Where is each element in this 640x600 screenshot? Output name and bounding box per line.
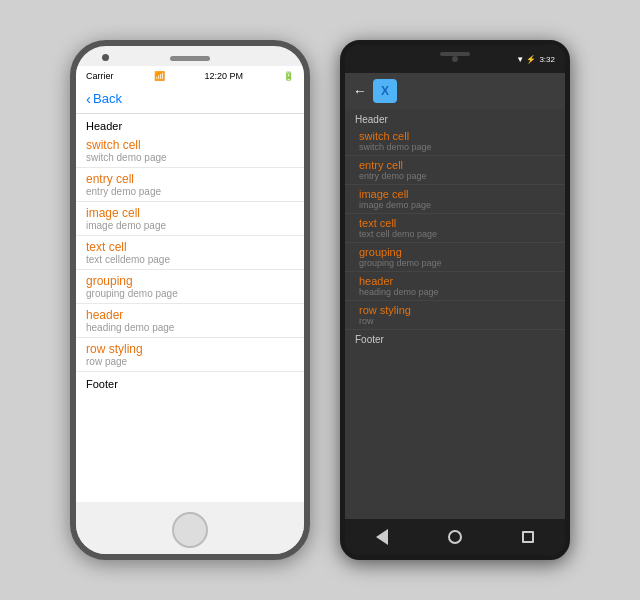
android-footer-header: Footer <box>345 330 565 349</box>
android-cell-subtitle: text cell demo page <box>359 229 551 239</box>
android-device: ▼ ⚡ 3:32 ← X Header switch cell switch d… <box>340 40 570 560</box>
android-status-bar: ▼ ⚡ 3:32 <box>516 55 555 64</box>
android-cell-title: header <box>359 275 551 287</box>
android-bottom-nav <box>345 519 565 555</box>
iphone-bottom-space <box>76 502 304 554</box>
android-cell-title: grouping <box>359 246 551 258</box>
android-cell-subtitle: switch demo page <box>359 142 551 152</box>
ios-cell-title: header <box>86 308 294 322</box>
android-recents-button[interactable] <box>519 528 537 546</box>
ios-cell-title: image cell <box>86 206 294 220</box>
list-item[interactable]: row styling row page <box>76 338 304 372</box>
android-cell-title: entry cell <box>359 159 551 171</box>
android-home-button[interactable] <box>446 528 464 546</box>
list-item[interactable]: header heading demo page <box>76 304 304 338</box>
iphone-camera <box>102 54 109 61</box>
android-section-header: Header <box>345 109 565 127</box>
recents-square-icon <box>522 531 534 543</box>
iphone-speaker <box>170 56 210 61</box>
ios-cell-subtitle: entry demo page <box>86 186 294 197</box>
list-item[interactable]: switch cell switch demo page <box>345 127 565 156</box>
android-toolbar: ← X <box>345 73 565 109</box>
android-cell-title: image cell <box>359 188 551 200</box>
ios-cell-title: text cell <box>86 240 294 254</box>
android-content: Header switch cell switch demo page entr… <box>345 109 565 519</box>
ios-cell-subtitle: row page <box>86 356 294 367</box>
ios-back-arrow-icon: ‹ <box>86 90 91 107</box>
ios-cell-title: entry cell <box>86 172 294 186</box>
iphone-status-bar: Carrier 📶 12:20 PM 🔋 <box>76 66 304 86</box>
list-item[interactable]: switch cell switch demo page <box>76 134 304 168</box>
ios-cell-subtitle: switch demo page <box>86 152 294 163</box>
home-circle-icon <box>448 530 462 544</box>
ios-content: Header switch cell switch demo page entr… <box>76 114 304 502</box>
list-item[interactable]: text cell text celldemo page <box>76 236 304 270</box>
android-cell-subtitle: entry demo page <box>359 171 551 181</box>
android-cell-title: text cell <box>359 217 551 229</box>
ios-section-header: Header <box>76 114 304 134</box>
ios-cell-title: grouping <box>86 274 294 288</box>
android-back-nav-button[interactable] <box>373 528 391 546</box>
android-status-icons: ▼ ⚡ <box>516 55 536 64</box>
android-top-bar: ▼ ⚡ 3:32 <box>345 45 565 73</box>
ios-cell-subtitle: heading demo page <box>86 322 294 333</box>
list-item[interactable]: grouping grouping demo page <box>345 243 565 272</box>
iphone-home-button[interactable] <box>172 512 208 548</box>
list-item[interactable]: image cell image demo page <box>345 185 565 214</box>
android-back-button[interactable]: ← <box>353 83 367 99</box>
android-cell-subtitle: heading demo page <box>359 287 551 297</box>
ios-cell-subtitle: image demo page <box>86 220 294 231</box>
list-item[interactable]: entry cell entry demo page <box>76 168 304 202</box>
list-item[interactable]: text cell text cell demo page <box>345 214 565 243</box>
ios-carrier: Carrier <box>86 71 114 81</box>
list-item[interactable]: grouping grouping demo page <box>76 270 304 304</box>
android-cell-title: row styling <box>359 304 551 316</box>
ios-back-label: Back <box>93 91 122 106</box>
android-cell-subtitle: row <box>359 316 551 326</box>
ios-battery-icon: 🔋 <box>283 71 294 81</box>
list-item[interactable]: header heading demo page <box>345 272 565 301</box>
iphone-device: Carrier 📶 12:20 PM 🔋 ‹ Back Header switc… <box>70 40 310 560</box>
android-cell-title: switch cell <box>359 130 551 142</box>
android-time: 3:32 <box>539 55 555 64</box>
android-app-icon: X <box>373 79 397 103</box>
list-item[interactable]: entry cell entry demo page <box>345 156 565 185</box>
android-cell-subtitle: grouping demo page <box>359 258 551 268</box>
ios-cell-subtitle: grouping demo page <box>86 288 294 299</box>
ios-nav-bar: ‹ Back <box>76 86 304 114</box>
ios-time: 12:20 PM <box>204 71 243 81</box>
ios-cell-title: switch cell <box>86 138 294 152</box>
android-cell-subtitle: image demo page <box>359 200 551 210</box>
list-item[interactable]: row styling row <box>345 301 565 330</box>
android-camera <box>452 56 458 62</box>
ios-back-button[interactable]: ‹ Back <box>86 90 294 107</box>
ios-cell-subtitle: text celldemo page <box>86 254 294 265</box>
ios-footer-header: Footer <box>76 372 304 396</box>
list-item[interactable]: image cell image demo page <box>76 202 304 236</box>
ios-cell-title: row styling <box>86 342 294 356</box>
back-triangle-icon <box>376 529 388 545</box>
ios-wifi-icon: 📶 <box>154 71 165 81</box>
